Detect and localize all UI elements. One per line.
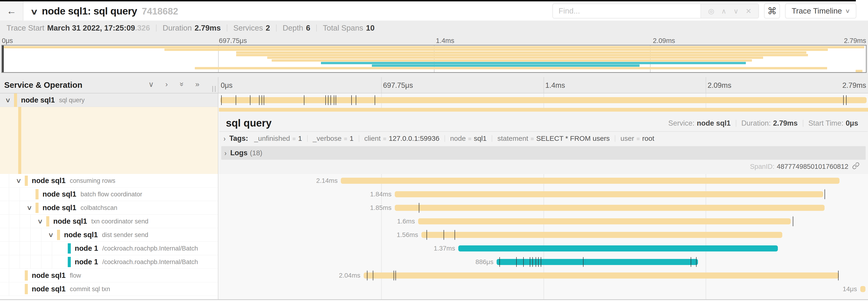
collapse-all-icon[interactable]: ∨ [147, 80, 155, 89]
page-title: node sql1: sql query [42, 5, 137, 17]
span-tree-row[interactable]: ∨node sql1consuming rows [0, 174, 218, 188]
logs-accordion[interactable]: ›Logs(18) [221, 146, 866, 160]
span-bar[interactable] [458, 245, 778, 251]
span-log-marker [261, 95, 262, 105]
meta-label: Duration [162, 24, 192, 32]
find-input[interactable] [553, 4, 701, 18]
locate-icon[interactable]: ◎ [708, 7, 714, 15]
selected-span-bar-strip[interactable] [219, 108, 868, 112]
tree-indent-guide [20, 255, 20, 269]
span-bar[interactable] [418, 218, 791, 224]
span-tree-row[interactable]: node 1/cockroach.roachpb.Internal/Batch [0, 242, 218, 255]
expand-chevron-icon[interactable]: ∨ [5, 93, 11, 107]
span-color-chip [25, 176, 28, 186]
detail-meta-label: Duration: [741, 119, 771, 128]
meta-value-fraction: .326 [135, 24, 150, 32]
service-name: node sql1 [32, 176, 66, 185]
next-result-icon[interactable]: ∨ [734, 7, 739, 15]
span-tree-row[interactable]: ∨node sql1txn coordinator send [0, 214, 218, 228]
minimap-canvas[interactable] [1, 45, 867, 73]
span-duration-label: 1.56ms [397, 228, 418, 242]
meta-label: Total Spans [323, 24, 363, 32]
span-bar[interactable] [220, 97, 867, 103]
keyboard-shortcuts-button[interactable]: ⌘ [764, 3, 780, 19]
span-log-marker [691, 257, 691, 267]
collapse-trace-header-icon[interactable]: ∨ [30, 7, 38, 16]
minimap-span-bar [372, 64, 640, 67]
span-tree-labels: node sql1commit sql txn [32, 282, 110, 296]
tag-key: client [364, 134, 381, 142]
expand-chevron-icon[interactable]: ∨ [37, 214, 43, 228]
minimap-drag-handle[interactable] [2, 45, 4, 72]
selected-span-detail-left [0, 107, 218, 174]
span-tree-panel: ∨node sql1sql query∨node sql1consuming r… [0, 93, 218, 299]
clear-icon[interactable]: ✕ [746, 7, 751, 15]
expand-chevron-icon[interactable]: ∨ [16, 174, 22, 188]
span-log-marker [583, 257, 584, 267]
chevron-right-icon: › [223, 134, 226, 143]
span-tree-row[interactable]: node 1/cockroach.roachpb.Internal/Batch [0, 255, 218, 269]
collapse-deep-icon[interactable]: » [178, 80, 186, 89]
tag-item: _verbose=1 [313, 134, 354, 142]
trace-minimap: 0μs697.75μs1.4ms2.09ms2.79ms [0, 35, 868, 77]
expand-chevron-icon[interactable]: ∨ [26, 201, 32, 214]
prev-result-icon[interactable]: ∧ [721, 7, 726, 15]
span-tree-labels: node sql1batch flow coordinator [42, 188, 142, 201]
ruler-tick-label: 2.09ms [708, 81, 731, 90]
span-tree-row[interactable]: ∨node sql1colbatchscan [0, 201, 218, 214]
span-tree-row[interactable]: ∨node sql1dist sender send [0, 228, 218, 242]
back-button[interactable]: ← [0, 1, 23, 21]
expand-one-icon[interactable]: › [162, 80, 171, 89]
span-log-marker [351, 95, 352, 105]
span-bar[interactable] [422, 232, 782, 238]
span-log-marker [838, 271, 839, 280]
panel-resize-grip[interactable] [212, 86, 216, 92]
span-tree-row[interactable]: node sql1flow [0, 269, 218, 282]
span-log-marker [236, 95, 236, 105]
tag-equals: = [383, 135, 386, 142]
meta-separator [736, 120, 736, 127]
span-log-marker [427, 230, 427, 240]
span-bar[interactable] [341, 178, 839, 184]
trace-title-wrap[interactable]: ∨ node sql1: sql query 7418682 [31, 5, 178, 17]
span-bar[interactable] [497, 259, 698, 265]
span-bar[interactable] [395, 205, 825, 211]
span-log-marker [375, 95, 375, 105]
meta-value: 10 [366, 24, 375, 32]
meta-value: 2.79ms [194, 24, 221, 32]
tree-indent-guide [9, 282, 9, 296]
minimap-span-bar [236, 52, 806, 54]
span-bar[interactable] [860, 286, 865, 292]
tree-indent-guide [30, 228, 31, 241]
command-icon: ⌘ [767, 6, 777, 16]
span-tree-labels: node sql1colbatchscan [42, 201, 117, 214]
view-options-button[interactable]: Trace Timeline ∨ [785, 3, 856, 19]
span-detail-panel: sql queryService:node sql1Duration:2.79m… [219, 112, 868, 174]
tag-separator [359, 135, 359, 142]
meta-label: Services [234, 24, 263, 32]
span-id-value: 4877749850101760812 [777, 163, 848, 170]
expand-all-icon[interactable]: » [193, 80, 202, 89]
span-duration-label: 2.14ms [316, 174, 338, 188]
service-name: node sql1 [32, 285, 66, 293]
span-tree-row[interactable]: node sql1batch flow coordinator [0, 188, 218, 201]
tag-key: _verbose [313, 134, 341, 142]
link-icon[interactable] [852, 162, 860, 171]
span-bar-row: 2.14ms [219, 174, 868, 188]
detail-meta-value: 2.79ms [773, 119, 798, 128]
span-tree-row[interactable]: node sql1commit sql txn [0, 282, 218, 296]
tag-item: node=sql1 [450, 134, 487, 142]
tree-indent-guide [52, 242, 52, 255]
expand-chevron-icon[interactable]: ∨ [48, 228, 54, 242]
span-bar[interactable] [364, 272, 839, 278]
span-bar[interactable] [395, 191, 823, 197]
back-arrow-icon: ← [6, 5, 17, 16]
span-tree-row[interactable]: ∨node sql1sql query [0, 93, 218, 107]
service-name: node sql1 [21, 96, 55, 104]
tags-row[interactable]: ›Tags:_unfinished=1_verbose=1client=127.… [219, 132, 868, 145]
detail-meta-value: 0μs [846, 119, 858, 128]
tree-indent-guide [9, 255, 9, 269]
span-log-marker [523, 257, 524, 267]
span-detail-title: sql query [226, 117, 272, 129]
ruler-divider [706, 77, 706, 93]
